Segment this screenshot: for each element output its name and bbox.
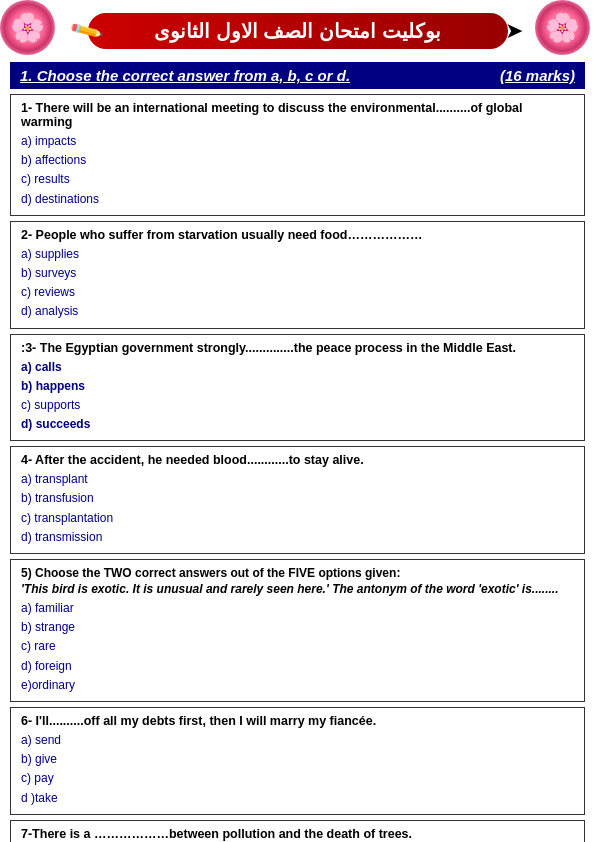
page-header: ✏️ بوكليت امتحان الصف الاول الثانوى ➤ bbox=[0, 5, 595, 57]
section1-title: 1. Choose the correct answer from a, b, … bbox=[20, 67, 350, 84]
q5-option-c: c) rare bbox=[21, 637, 574, 656]
q2-option-b: b) surveys bbox=[21, 264, 574, 283]
q6-option-a: a) send bbox=[21, 731, 574, 750]
header-banner: ✏️ بوكليت امتحان الصف الاول الثانوى ➤ bbox=[88, 13, 508, 49]
q1-option-b: b) affections bbox=[21, 151, 574, 170]
q4-option-a: a) transplant bbox=[21, 470, 574, 489]
q4-option-b: b) transfusion bbox=[21, 489, 574, 508]
q3-text: :3- The Egyptian government strongly....… bbox=[21, 341, 574, 355]
pencil-icon: ✏️ bbox=[68, 13, 104, 49]
q3-option-c: c) supports bbox=[21, 396, 574, 415]
question-4: 4- After the accident, he needed blood..… bbox=[10, 446, 585, 554]
q7-text: 7-There is a ………………between pollution and… bbox=[21, 827, 574, 841]
q5-option-d: d) foreign bbox=[21, 657, 574, 676]
q6-option-d: d )take bbox=[21, 789, 574, 808]
arrow-icon: ➤ bbox=[505, 18, 523, 44]
q2-option-c: c) reviews bbox=[21, 283, 574, 302]
q4-option-d: d) transmission bbox=[21, 528, 574, 547]
q6-option-b: b) give bbox=[21, 750, 574, 769]
question-6: 6- I'll..........off all my debts first,… bbox=[10, 707, 585, 815]
q4-option-c: c) transplantation bbox=[21, 509, 574, 528]
q5-quote: 'This bird is exotic. It is unusual and … bbox=[21, 582, 574, 596]
q6-option-c: c) pay bbox=[21, 769, 574, 788]
question-2: 2- People who suffer from starvation usu… bbox=[10, 221, 585, 329]
q4-text: 4- After the accident, he needed blood..… bbox=[21, 453, 574, 467]
q1-option-a: a) impacts bbox=[21, 132, 574, 151]
question-3: :3- The Egyptian government strongly....… bbox=[10, 334, 585, 442]
q5-option-a: a) familiar bbox=[21, 599, 574, 618]
section1-marks: (16 marks) bbox=[500, 67, 575, 84]
corner-decoration-tr: 🌸 bbox=[535, 0, 595, 60]
q3-option-d: d) succeeds bbox=[21, 415, 574, 434]
q2-text: 2- People who suffer from starvation usu… bbox=[21, 228, 574, 242]
q3-option-a: a) calls bbox=[21, 358, 574, 377]
question-7: 7-There is a ………………between pollution and… bbox=[10, 820, 585, 842]
header-title: بوكليت امتحان الصف الاول الثانوى bbox=[154, 19, 440, 43]
q1-option-c: c) results bbox=[21, 170, 574, 189]
question-1: 1- There will be an international meetin… bbox=[10, 94, 585, 216]
q5-note: 5) Choose the TWO correct answers out of… bbox=[21, 566, 574, 580]
q6-text: 6- I'll..........off all my debts first,… bbox=[21, 714, 574, 728]
section1-header: 1. Choose the correct answer from a, b, … bbox=[10, 62, 585, 89]
q1-option-d: d) destinations bbox=[21, 190, 574, 209]
q5-option-b: b) strange bbox=[21, 618, 574, 637]
question-5: 5) Choose the TWO correct answers out of… bbox=[10, 559, 585, 702]
q2-option-d: d) analysis bbox=[21, 302, 574, 321]
q1-text: 1- There will be an international meetin… bbox=[21, 101, 574, 129]
q5-option-e: e)ordinary bbox=[21, 676, 574, 695]
q3-option-b: b) happens bbox=[21, 377, 574, 396]
corner-decoration-tl: 🌸 bbox=[0, 0, 60, 60]
q2-option-a: a) supplies bbox=[21, 245, 574, 264]
